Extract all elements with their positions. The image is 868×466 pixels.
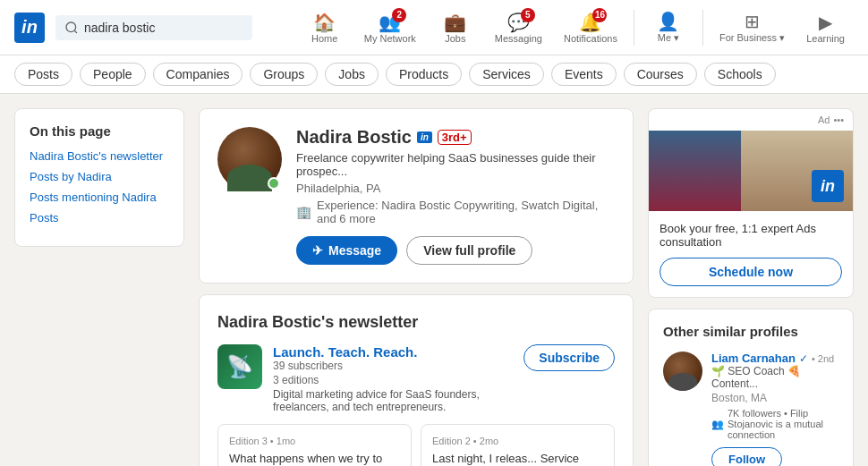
ad-dots: ••• bbox=[833, 114, 844, 125]
similar-profiles-title: Other similar profiles bbox=[663, 324, 838, 339]
linkedin-logo: in bbox=[14, 13, 45, 43]
jobs-icon: 💼 bbox=[444, 12, 466, 33]
follow-button-liam[interactable]: Follow bbox=[711, 447, 782, 466]
subscribe-button[interactable]: Subscribe bbox=[523, 344, 615, 371]
filter-services[interactable]: Services bbox=[469, 63, 544, 86]
nav-my-network[interactable]: 👥 2 My Network bbox=[355, 8, 425, 47]
sidebar-link-posts-mentioning[interactable]: Posts mentioning Nadira bbox=[30, 191, 169, 204]
my-network-icon: 👥 2 bbox=[379, 12, 401, 33]
nav-notifications-label: Notifications bbox=[564, 33, 617, 44]
nav-messaging[interactable]: 💬 5 Messaging bbox=[486, 8, 551, 47]
filter-jobs[interactable]: Jobs bbox=[325, 63, 379, 86]
me-avatar-icon: 👤 bbox=[657, 11, 679, 32]
filter-companies[interactable]: Companies bbox=[153, 63, 243, 86]
search-input[interactable] bbox=[84, 21, 227, 35]
newsletter-info: Launch. Teach. Reach. 39 subscribers 3 e… bbox=[273, 344, 513, 413]
main-content: On this page Nadira Bostic's newsletter … bbox=[0, 94, 868, 466]
similar-avatar-liam bbox=[663, 352, 702, 391]
nav-messaging-label: Messaging bbox=[495, 33, 542, 44]
similar-name-liam[interactable]: Liam Carnahan bbox=[711, 352, 796, 365]
similar-person-1: Liam Carnahan ✓ • 2nd 🌱 SEO Coach 🍕 Cont… bbox=[663, 352, 838, 466]
ad-linkedin-logo-text: in bbox=[821, 177, 835, 196]
learning-icon: ▶ bbox=[819, 12, 832, 33]
people-icon-liam: 👥 bbox=[711, 419, 724, 430]
edition-1-meta: Edition 3 • 1mo bbox=[229, 436, 400, 446]
newsletter-item: 📡 Launch. Teach. Reach. 39 subscribers 3… bbox=[217, 344, 615, 413]
nav-my-network-label: My Network bbox=[364, 33, 416, 44]
nav-for-business-label: For Business ▾ bbox=[719, 32, 785, 44]
nav-me[interactable]: 👤 Me ▾ bbox=[642, 7, 695, 47]
nav-learning-label: Learning bbox=[806, 33, 845, 44]
edition-2-meta: Edition 2 • 2mo bbox=[432, 436, 603, 446]
newsletter-subscribers: 39 subscribers bbox=[273, 360, 513, 372]
newsletter-section-title: Nadira Bostic's newsletter bbox=[217, 313, 615, 332]
profile-experience: 🏢 Experience: Nadira Bostic Copywriting,… bbox=[296, 199, 615, 225]
filter-bar: Posts People Companies Groups Jobs Produ… bbox=[0, 55, 868, 94]
similar-location-liam: Boston, MA bbox=[711, 392, 838, 404]
for-business-icon: ⊞ bbox=[745, 11, 760, 32]
profile-degree: 3rd+ bbox=[438, 130, 472, 145]
edition-card-1[interactable]: Edition 3 • 1mo What happens when we try… bbox=[217, 424, 412, 466]
nav-home[interactable]: 🏠 Home bbox=[298, 8, 352, 47]
sidebar-link-posts-by[interactable]: Posts by Nadira bbox=[30, 170, 169, 183]
ad-image: in bbox=[649, 131, 853, 211]
profile-experience-text: Experience: Nadira Bostic Copywriting, S… bbox=[317, 199, 615, 225]
left-sidebar: On this page Nadira Bostic's newsletter … bbox=[14, 108, 184, 466]
filter-groups[interactable]: Groups bbox=[250, 63, 318, 86]
nav-divider-2 bbox=[702, 10, 703, 46]
linkedin-member-badge: in bbox=[417, 131, 432, 143]
editions-row: Edition 3 • 1mo What happens when we try… bbox=[217, 424, 615, 466]
ad-header: Ad ••• bbox=[649, 109, 853, 131]
filter-courses[interactable]: Courses bbox=[624, 63, 697, 86]
building-icon: 🏢 bbox=[296, 205, 311, 219]
nav-learning[interactable]: ▶ Learning bbox=[797, 8, 854, 47]
on-this-page-card: On this page Nadira Bostic's newsletter … bbox=[14, 108, 184, 247]
newsletter-editions: 3 editions bbox=[273, 374, 513, 386]
header: in 🏠 Home 👥 2 My Network 💼 Jobs bbox=[0, 0, 868, 55]
similar-info-liam: Liam Carnahan ✓ • 2nd 🌱 SEO Coach 🍕 Cont… bbox=[711, 352, 838, 466]
send-icon: ✈ bbox=[312, 243, 323, 258]
linkedin-logo-text: in bbox=[21, 17, 38, 38]
schedule-button[interactable]: Schedule now bbox=[660, 258, 842, 286]
similar-name-row-liam: Liam Carnahan ✓ • 2nd bbox=[711, 352, 838, 365]
filter-posts[interactable]: Posts bbox=[14, 63, 72, 86]
messaging-icon: 💬 5 bbox=[507, 12, 530, 33]
nav-me-label: Me ▾ bbox=[658, 32, 679, 44]
search-icon bbox=[64, 21, 79, 35]
message-button-label: Message bbox=[328, 243, 381, 258]
messaging-badge: 5 bbox=[521, 8, 535, 22]
online-status-badge bbox=[268, 177, 280, 190]
nav-jobs[interactable]: 💼 Jobs bbox=[429, 8, 482, 47]
filter-schools[interactable]: Schools bbox=[704, 63, 776, 86]
newsletter-icon-symbol: 📡 bbox=[226, 354, 253, 379]
profile-headline: Freelance copywriter helping SaaS busine… bbox=[296, 151, 615, 178]
filter-people[interactable]: People bbox=[80, 63, 146, 86]
profile-location: Philadelphia, PA bbox=[296, 182, 615, 195]
newsletter-name[interactable]: Launch. Teach. Reach. bbox=[273, 344, 513, 360]
profile-info: Nadira Bostic in 3rd+ Freelance copywrit… bbox=[296, 127, 615, 265]
ad-linkedin-logo: in bbox=[812, 170, 844, 202]
sidebar-link-newsletter[interactable]: Nadira Bostic's newsletter bbox=[30, 149, 169, 163]
similar-degree-liam: • 2nd bbox=[812, 353, 834, 364]
nav-notifications[interactable]: 🔔 16 Notifications bbox=[555, 8, 626, 47]
profile-name: Nadira Bostic bbox=[296, 127, 412, 148]
ad-person-left bbox=[649, 131, 741, 211]
nav-for-business[interactable]: ⊞ For Business ▾ bbox=[711, 7, 794, 47]
similar-role-liam: 🌱 SEO Coach 🍕 Content... bbox=[711, 365, 838, 390]
profile-card: Nadira Bostic in 3rd+ Freelance copywrit… bbox=[199, 108, 634, 284]
svg-line-1 bbox=[74, 30, 77, 33]
message-button[interactable]: ✈ Message bbox=[296, 236, 397, 265]
filter-products[interactable]: Products bbox=[386, 63, 462, 86]
avatar-wrap bbox=[217, 127, 282, 191]
similar-profiles-card: Other similar profiles Liam Carnahan ✓ •… bbox=[648, 309, 854, 466]
on-this-page-title: On this page bbox=[30, 123, 169, 139]
nav-divider bbox=[634, 10, 634, 46]
edition-card-2[interactable]: Edition 2 • 2mo Last night, I releas... … bbox=[421, 424, 615, 466]
profile-name-row: Nadira Bostic in 3rd+ bbox=[296, 127, 615, 148]
view-full-profile-button[interactable]: View full profile bbox=[406, 236, 532, 265]
similar-connection-liam: 👥 7K followers • Filip Stojanovic is a m… bbox=[711, 408, 838, 440]
newsletter-icon: 📡 bbox=[217, 344, 262, 389]
nav-home-label: Home bbox=[311, 33, 337, 44]
sidebar-link-posts[interactable]: Posts bbox=[30, 211, 169, 225]
filter-events[interactable]: Events bbox=[551, 63, 617, 86]
